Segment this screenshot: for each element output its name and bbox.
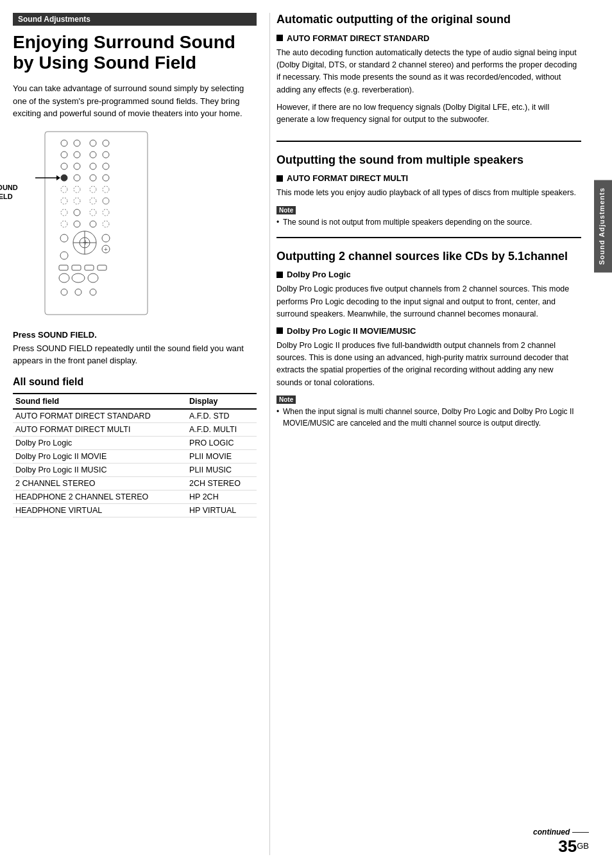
table-row: HEADPHONE 2 CHANNEL STEREOHP 2CH	[13, 490, 257, 503]
section1-heading: Automatic outputting of the original sou…	[276, 13, 581, 27]
svg-rect-48	[98, 265, 106, 270]
continued-arrow: ——	[572, 827, 589, 837]
bullet-icon-2	[276, 175, 283, 182]
section2-note: Note The sound is not output from multip…	[276, 205, 581, 228]
svg-point-20	[74, 186, 80, 193]
table-cell-display: A.F.D. STD	[187, 409, 257, 423]
table-cell-display: HP VIRTUAL	[187, 503, 257, 517]
press-sound-field-title: Press SOUND FIELD.	[13, 330, 257, 340]
svg-point-29	[90, 209, 96, 216]
table-cell-display: PLII MOVIE	[187, 449, 257, 463]
svg-point-5	[61, 152, 67, 158]
section3-note: Note When the input signal is multi chan…	[276, 394, 581, 429]
svg-point-18	[103, 175, 109, 181]
svg-point-54	[90, 289, 96, 295]
sound-field-label: SOUNDFIELD	[0, 183, 18, 202]
section-auto-format-direct: Automatic outputting of the original sou…	[276, 13, 581, 142]
bullet-icon	[276, 35, 283, 41]
svg-point-34	[103, 221, 109, 227]
page-title: Enjoying Surround Sound by Using Sound F…	[13, 32, 257, 73]
table-row: AUTO FORMAT DIRECT STANDARDA.F.D. STD	[13, 409, 257, 423]
page-suffix: GB	[577, 841, 589, 851]
section3-subsection2: Dolby Pro Logic II MOVIE/MUSIC	[276, 326, 581, 336]
bullet-icon-3	[276, 272, 283, 278]
svg-point-11	[90, 163, 96, 169]
svg-point-23	[61, 198, 67, 204]
table-header-sound-field: Sound field	[13, 394, 187, 409]
svg-point-28	[74, 209, 80, 216]
section-label: Sound Adjustments	[13, 13, 257, 26]
table-cell-sound-field: Dolby Pro Logic II MUSIC	[13, 463, 187, 476]
svg-point-15	[61, 175, 67, 181]
press-sound-field-text: Press SOUND FIELD repeatedly until the s…	[13, 342, 257, 367]
svg-point-51	[88, 273, 98, 282]
svg-point-21	[90, 186, 96, 193]
svg-point-12	[103, 163, 109, 169]
svg-point-7	[90, 152, 96, 158]
svg-marker-14	[56, 175, 60, 180]
svg-rect-45	[59, 265, 68, 270]
section2-note-text: The sound is not output from multiple sp…	[276, 216, 581, 228]
svg-point-52	[61, 289, 67, 295]
svg-point-32	[74, 221, 80, 227]
table-cell-sound-field: AUTO FORMAT DIRECT MULTI	[13, 422, 187, 436]
diagram-container: SOUNDFIELD	[13, 130, 257, 318]
table-cell-display: HP 2CH	[187, 490, 257, 503]
svg-text:+: +	[104, 246, 108, 253]
section1-body1: The auto decoding function automatically…	[276, 47, 581, 97]
section2-subsection: AUTO FORMAT DIRECT MULTI	[276, 173, 581, 183]
table-row: Dolby Pro Logic II MUSICPLII MUSIC	[13, 463, 257, 476]
svg-point-49	[59, 273, 69, 282]
table-row: AUTO FORMAT DIRECT MULTIA.F.D. MULTI	[13, 422, 257, 436]
svg-point-22	[103, 186, 109, 193]
svg-point-41	[102, 234, 110, 242]
table-row: Dolby Pro LogicPRO LOGIC	[13, 436, 257, 449]
svg-point-19	[61, 186, 67, 193]
svg-point-17	[90, 175, 96, 181]
table-cell-display: PLII MUSIC	[187, 463, 257, 476]
svg-point-2	[74, 140, 80, 146]
svg-point-30	[103, 209, 109, 216]
svg-point-33	[90, 221, 96, 227]
table-cell-sound-field: Dolby Pro Logic II MOVIE	[13, 449, 187, 463]
table-cell-display: 2CH STEREO	[187, 476, 257, 490]
table-cell-sound-field: 2 CHANNEL STEREO	[13, 476, 187, 490]
svg-point-3	[90, 140, 96, 146]
table-cell-sound-field: AUTO FORMAT DIRECT STANDARD	[13, 409, 187, 423]
table-cell-display: A.F.D. MULTI	[187, 422, 257, 436]
svg-point-6	[74, 152, 80, 158]
table-cell-display: PRO LOGIC	[187, 436, 257, 449]
page-number: 35	[558, 837, 577, 856]
diagram-svg: SOUNDFIELD	[32, 130, 154, 318]
right-column: Automatic outputting of the original sou…	[269, 13, 581, 855]
sound-field-table: Sound field Display AUTO FORMAT DIRECT S…	[13, 393, 257, 517]
table-header-display: Display	[187, 394, 257, 409]
svg-point-16	[74, 175, 80, 181]
section3-note-text: When the input signal is multi channel s…	[276, 406, 581, 429]
svg-point-35	[60, 234, 68, 242]
svg-point-24	[74, 198, 80, 204]
section1-body2: However, if there are no low frequency s…	[276, 101, 581, 126]
all-sound-field-title: All sound field	[13, 376, 257, 388]
left-column: Sound Adjustments Enjoying Surround Soun…	[13, 13, 269, 855]
table-cell-sound-field: HEADPHONE 2 CHANNEL STEREO	[13, 490, 187, 503]
svg-point-53	[75, 289, 81, 295]
table-row: 2 CHANNEL STEREO2CH STEREO	[13, 476, 257, 490]
svg-point-10	[74, 163, 80, 169]
svg-point-27	[61, 209, 67, 216]
svg-point-4	[103, 140, 109, 146]
table-cell-sound-field: HEADPHONE VIRTUAL	[13, 503, 187, 517]
table-row: HEADPHONE VIRTUALHP VIRTUAL	[13, 503, 257, 517]
svg-point-25	[90, 198, 96, 204]
svg-point-44	[60, 252, 68, 259]
section1-subsection: AUTO FORMAT DIRECT STANDARD	[276, 33, 581, 43]
svg-point-8	[103, 152, 109, 158]
svg-point-26	[103, 198, 109, 204]
page-number-area: continued —— 35GB	[533, 827, 589, 856]
svg-rect-47	[85, 265, 94, 270]
section3-body2: Dolby Pro Logic II produces five full-ba…	[276, 340, 581, 390]
svg-text:+: +	[83, 237, 88, 247]
side-tab: Sound Adjustments	[594, 180, 612, 272]
section2-body1: This mode lets you enjoy audio playback …	[276, 187, 581, 199]
section2-heading: Outputting the sound from multiple speak…	[276, 153, 581, 168]
